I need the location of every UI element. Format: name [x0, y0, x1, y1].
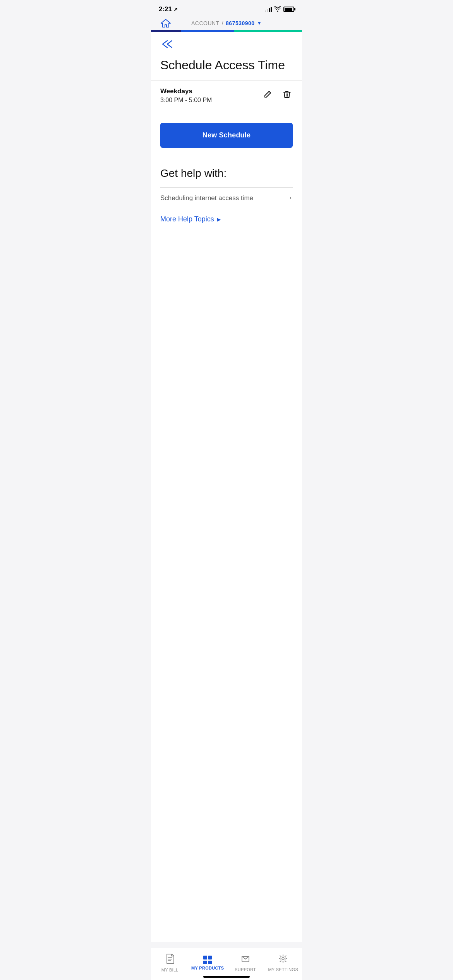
- app-header: ACCOUNT / 867530900 ▼: [151, 17, 302, 30]
- main-content: Schedule Access Time Weekdays 3:00 PM - …: [151, 32, 302, 942]
- progress-bar: [151, 30, 302, 32]
- help-link-arrow-icon: →: [286, 194, 293, 202]
- account-dropdown-arrow[interactable]: ▼: [257, 21, 262, 26]
- time-display: 2:21: [159, 5, 172, 13]
- status-icons: [265, 6, 294, 13]
- schedule-time: 3:00 PM - 5:00 PM: [160, 97, 212, 104]
- location-icon: ↗: [173, 7, 178, 12]
- account-info: ACCOUNT / 867530900 ▼: [191, 20, 262, 26]
- wifi-icon: [274, 6, 281, 13]
- help-section: Get help with: Scheduling internet acces…: [151, 159, 302, 208]
- edit-icon: [263, 90, 272, 101]
- schedule-days: Weekdays: [160, 87, 212, 95]
- more-help-label: More Help Topics: [160, 215, 214, 223]
- help-link-item[interactable]: Scheduling internet access time →: [160, 187, 293, 208]
- new-schedule-area: New Schedule: [151, 111, 302, 159]
- new-schedule-button[interactable]: New Schedule: [160, 123, 293, 148]
- help-title: Get help with:: [160, 167, 293, 180]
- status-time: 2:21 ↗: [159, 5, 178, 13]
- more-help-area: More Help Topics ▶: [151, 208, 302, 235]
- battery-icon: [283, 7, 294, 12]
- more-help-topics-button[interactable]: More Help Topics ▶: [160, 215, 221, 223]
- page-title-area: Schedule Access Time: [151, 55, 302, 80]
- more-help-triangle-icon: ▶: [217, 217, 221, 222]
- status-bar: 2:21 ↗: [151, 0, 302, 17]
- page-title: Schedule Access Time: [160, 58, 293, 72]
- delete-schedule-button[interactable]: [281, 88, 293, 103]
- back-arrow-icon: [160, 40, 174, 51]
- signal-icon: [265, 7, 272, 12]
- account-label: ACCOUNT: [191, 20, 220, 26]
- schedule-item: Weekdays 3:00 PM - 5:00 PM: [151, 81, 302, 111]
- help-link-text: Scheduling internet access time: [160, 194, 253, 202]
- progress-segment-1: [151, 30, 181, 32]
- schedule-info: Weekdays 3:00 PM - 5:00 PM: [160, 87, 212, 104]
- back-button-area: [151, 32, 302, 55]
- trash-icon: [283, 90, 291, 101]
- progress-segment-3: [234, 30, 302, 32]
- schedule-actions: [262, 88, 293, 103]
- back-button[interactable]: [160, 40, 174, 51]
- account-number: 867530900: [226, 20, 255, 26]
- progress-segment-2: [181, 30, 234, 32]
- edit-schedule-button[interactable]: [262, 89, 273, 103]
- home-logo[interactable]: [159, 16, 173, 30]
